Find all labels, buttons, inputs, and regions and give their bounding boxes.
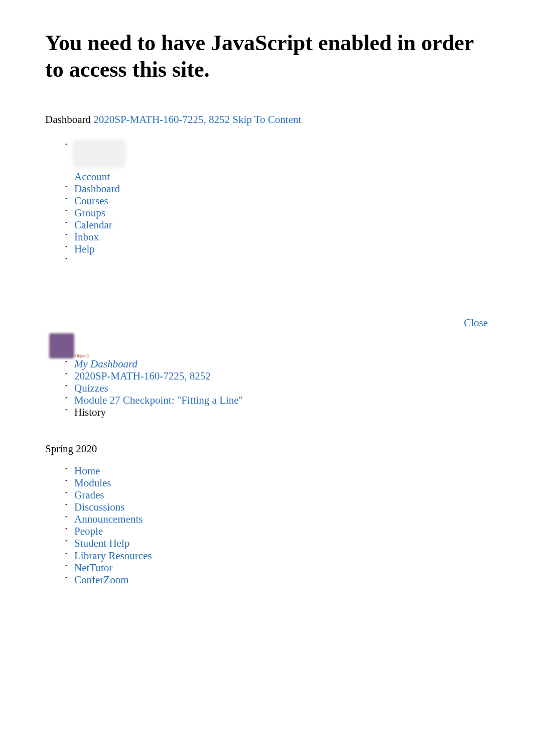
conferzoom-link[interactable]: ConferZoom	[74, 574, 128, 586]
object-placeholder-icon	[49, 333, 74, 358]
nav-item-dashboard: Dashboard	[65, 183, 488, 194]
course-nav-conferzoom: ConferZoom	[65, 574, 488, 585]
breadcrumb: My Dashboard 2020SP-MATH-160-7225, 8252 …	[45, 358, 488, 418]
profile-placeholder-icon	[74, 141, 124, 166]
close-link[interactable]: Close	[464, 317, 488, 329]
term-label: Spring 2020	[45, 443, 488, 455]
course-nav-grades: Grades	[65, 489, 488, 500]
help-link[interactable]: Help	[74, 243, 95, 255]
course-nav: Home Modules Grades Discussions Announce…	[45, 465, 488, 585]
breadcrumb-my-dashboard: My Dashboard	[65, 358, 488, 369]
account-link[interactable]: Account	[74, 171, 110, 183]
breadcrumb-history-label: History	[74, 406, 106, 418]
nav-item-groups: Groups	[65, 207, 488, 218]
dashboard-link[interactable]: Dashboard	[74, 183, 120, 195]
dashboard-label: Dashboard	[45, 113, 91, 125]
course-nav-people: People	[65, 526, 488, 537]
nav-item-account: Account	[65, 141, 488, 182]
course-nav-announcements: Announcements	[65, 514, 488, 525]
breadcrumb-quizzes-link[interactable]: Quizzes	[74, 382, 108, 394]
object-row: Object 2	[45, 333, 488, 358]
course-nav-student-help: Student Help	[65, 538, 488, 549]
breadcrumb-history: History	[65, 407, 488, 418]
nav-item-inbox: Inbox	[65, 231, 488, 242]
course-code-link[interactable]: 2020SP-MATH-160-7225, 8252	[93, 113, 230, 125]
course-nav-nettutor: NetTutor	[65, 562, 488, 573]
announcements-link[interactable]: Announcements	[74, 513, 143, 525]
breadcrumb-module: Module 27 Checkpoint: "Fitting a Line"	[65, 395, 488, 406]
breadcrumb-module-link[interactable]: Module 27 Checkpoint: "Fitting a Line"	[74, 394, 243, 406]
nav-item-calendar: Calendar	[65, 219, 488, 230]
breadcrumb-course: 2020SP-MATH-160-7225, 8252	[65, 370, 488, 382]
skip-to-content-link[interactable]: Skip To Content	[232, 113, 301, 125]
top-line: Dashboard 2020SP-MATH-160-7225, 8252 Ski…	[45, 113, 488, 126]
my-dashboard-link[interactable]: My Dashboard	[74, 358, 138, 370]
library-resources-link[interactable]: Library Resources	[74, 550, 152, 562]
close-row: Close	[45, 317, 488, 329]
nav-item-courses: Courses	[65, 195, 488, 206]
course-nav-modules: Modules	[65, 477, 488, 488]
course-nav-library: Library Resources	[65, 550, 488, 561]
nav-item-help: Help	[65, 243, 488, 255]
nettutor-link[interactable]: NetTutor	[74, 562, 112, 574]
breadcrumb-course-link[interactable]: 2020SP-MATH-160-7225, 8252	[74, 370, 211, 382]
course-nav-home: Home	[65, 465, 488, 476]
courses-link[interactable]: Courses	[74, 195, 108, 207]
breadcrumb-quizzes: Quizzes	[65, 383, 488, 394]
course-nav-discussions: Discussions	[65, 501, 488, 513]
grades-link[interactable]: Grades	[74, 489, 104, 501]
groups-link[interactable]: Groups	[74, 207, 105, 219]
main-nav: Account Dashboard Courses Groups Calenda…	[45, 141, 488, 267]
nav-item-empty	[65, 256, 488, 267]
discussions-link[interactable]: Discussions	[74, 501, 124, 513]
home-link[interactable]: Home	[74, 465, 100, 477]
inbox-link[interactable]: Inbox	[74, 231, 99, 243]
people-link[interactable]: People	[74, 525, 103, 537]
modules-link[interactable]: Modules	[74, 477, 111, 489]
page-heading: You need to have JavaScript enabled in o…	[45, 30, 488, 83]
student-help-link[interactable]: Student Help	[74, 537, 129, 549]
calendar-link[interactable]: Calendar	[74, 219, 112, 231]
